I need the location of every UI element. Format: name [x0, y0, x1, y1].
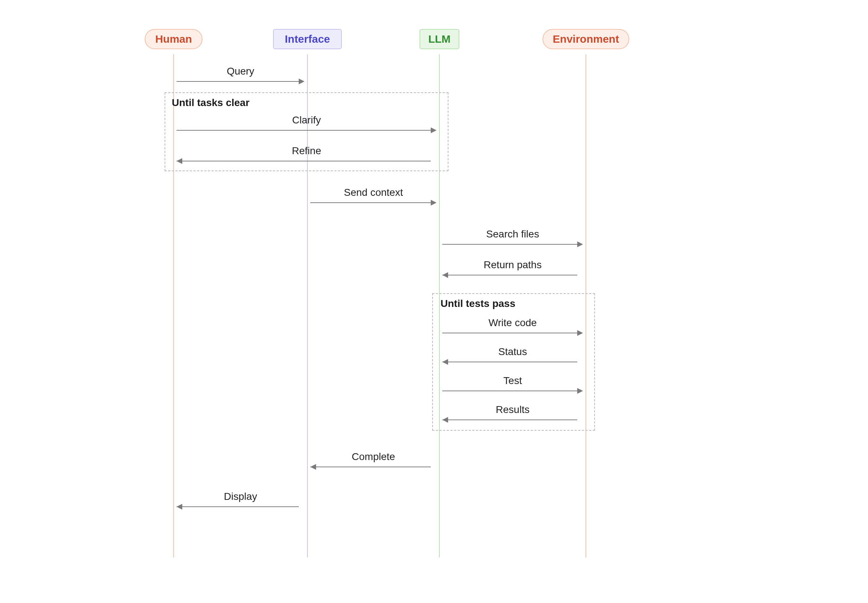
participant-interface: Interface — [273, 29, 342, 49]
arrow-line-status — [442, 362, 577, 362]
arrow-head-search-files — [577, 241, 583, 247]
message-complete: Complete — [319, 451, 428, 462]
arrow-head-clarify — [431, 127, 436, 133]
arrow-head-test — [577, 388, 583, 394]
participant-environment-label: Environment — [553, 33, 619, 45]
arrow-line-complete — [310, 467, 431, 467]
arrow-line-write-code — [442, 332, 577, 333]
participant-environment: Environment — [543, 29, 629, 49]
loop-tests-pass-title: Until tests pass — [441, 298, 515, 309]
message-test: Test — [459, 375, 567, 387]
arrow-head-complete — [310, 464, 316, 470]
sequence-diagram: Until tasks clear Until tests pass Human… — [0, 0, 868, 603]
arrow-line-query — [176, 81, 299, 82]
message-status: Status — [459, 346, 567, 357]
arrow-head-display — [176, 504, 182, 510]
arrow-line-return-paths — [442, 275, 577, 275]
arrow-line-test — [442, 391, 577, 391]
participant-human: Human — [145, 29, 202, 49]
message-send-context: Send context — [319, 187, 428, 198]
arrow-head-return-paths — [442, 272, 448, 278]
arrow-head-results — [442, 417, 448, 423]
message-search-files: Search files — [459, 228, 567, 240]
message-return-paths: Return paths — [459, 259, 567, 271]
arrow-head-query — [299, 79, 305, 84]
message-query: Query — [186, 65, 295, 77]
arrow-head-status — [442, 359, 448, 365]
participant-llm: LLM — [419, 29, 459, 49]
participant-interface-label: Interface — [285, 33, 330, 45]
arrow-head-send-context — [431, 200, 436, 206]
participant-human-label: Human — [155, 33, 192, 45]
message-write-code: Write code — [459, 317, 567, 329]
participant-llm-label: LLM — [428, 33, 451, 45]
arrow-head-write-code — [577, 330, 583, 336]
loop-tasks-clear-title: Until tasks clear — [172, 97, 250, 108]
arrow-line-search-files — [442, 244, 577, 245]
arrow-line-send-context — [310, 203, 431, 203]
message-results: Results — [459, 404, 567, 416]
arrow-head-refine — [176, 158, 182, 164]
message-refine: Refine — [253, 145, 361, 157]
arrow-line-refine — [176, 161, 431, 161]
message-clarify: Clarify — [253, 114, 361, 126]
arrow-line-results — [442, 419, 577, 420]
arrow-line-display — [176, 506, 299, 507]
message-display: Display — [186, 491, 295, 502]
arrow-line-clarify — [176, 130, 431, 131]
